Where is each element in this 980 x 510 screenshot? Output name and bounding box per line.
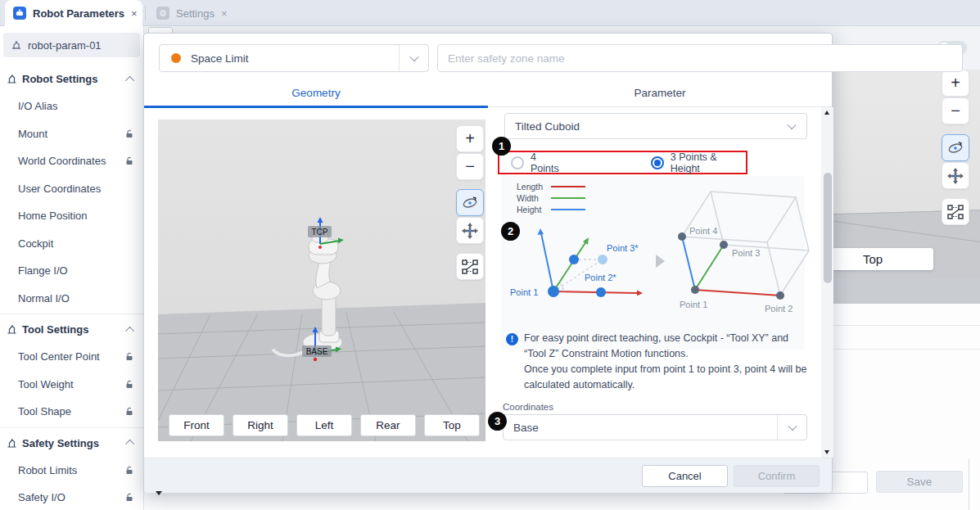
- point3-label: Point 3: [732, 248, 760, 258]
- robot-project-icon: [11, 39, 22, 51]
- tab-parameter-label: Parameter: [634, 87, 685, 99]
- section-header-robot-settings[interactable]: Robot Settings: [0, 65, 144, 93]
- item-label: Robot Limits: [18, 464, 77, 476]
- coordinates-select[interactable]: Base: [503, 414, 807, 440]
- scroll-down-arrow-icon[interactable]: [156, 491, 162, 495]
- point-mode-group-highlight: 4 Points 3 Points & Height: [498, 151, 747, 174]
- bg-zoom-in-button[interactable]: +: [942, 70, 969, 97]
- item-label: Mount: [18, 128, 47, 140]
- sidebar-item-world-coordinates[interactable]: World Coordinates: [0, 147, 144, 175]
- marker-number: 2: [508, 225, 513, 237]
- robot-arm-icon: [7, 74, 17, 84]
- chevron-down-icon: [777, 114, 806, 138]
- sidebar-item-tool-shape[interactable]: Tool Shape: [0, 398, 144, 426]
- tab-geometry-label: Geometry: [291, 87, 340, 99]
- plus-icon: +: [951, 74, 960, 93]
- sidebar-item-tool-center-point[interactable]: Tool Center Point: [0, 343, 144, 371]
- top-view-label: Top: [863, 252, 883, 266]
- tab-settings[interactable]: ⚙ Settings ×: [148, 0, 235, 26]
- shape-type-select[interactable]: Tilted Cuboid: [504, 113, 807, 139]
- close-icon[interactable]: ×: [221, 7, 228, 20]
- item-label: Cockpit: [18, 237, 53, 250]
- sidebar-item-home-position[interactable]: Home Position: [0, 202, 144, 230]
- sidebar-item-safety-io[interactable]: Safety I/O: [0, 484, 144, 510]
- tab-robot-parameters[interactable]: Robot Parameters ×: [5, 0, 142, 26]
- chevron-up-icon[interactable]: [125, 75, 134, 84]
- bg-zoom-out-button[interactable]: −: [942, 97, 969, 124]
- robot-app-icon: [13, 7, 26, 20]
- point3-label: Point 3*: [607, 243, 639, 253]
- viewport-measure-button[interactable]: [456, 253, 484, 280]
- section-title: Tool Settings: [22, 323, 88, 336]
- zone-name-input[interactable]: [437, 44, 963, 72]
- play-arrow-icon: [656, 255, 665, 268]
- axes-diagram: Point 1 Point 2* Point 3*: [500, 220, 664, 339]
- sidebar-nav: Robot Settings I/O Alias Mount World Coo…: [0, 64, 144, 510]
- scroll-down-arrow-icon[interactable]: [824, 450, 829, 454]
- scroll-up-arrow-icon[interactable]: [824, 111, 829, 115]
- pan-icon: [461, 222, 479, 240]
- zone-type-select[interactable]: Space Limit: [159, 44, 429, 72]
- item-label: Tool Center Point: [18, 350, 100, 363]
- sidebar-item-user-coordinates[interactable]: User Coordinates: [0, 175, 144, 203]
- point4-label: Point 4: [689, 226, 717, 236]
- pan-icon: [946, 167, 964, 185]
- radio-4-points[interactable]: 4 Points: [511, 151, 566, 174]
- chevron-up-icon[interactable]: [125, 440, 134, 449]
- sidebar-item-robot-limits[interactable]: Robot Limits: [0, 457, 144, 485]
- legend-width-label: Width: [517, 193, 551, 203]
- chevron-down-icon: [777, 415, 806, 440]
- lock-icon: [125, 380, 134, 389]
- view-rear-button[interactable]: Rear: [360, 414, 416, 436]
- bg-measure-button[interactable]: [942, 198, 969, 225]
- point2-label: Point 2*: [585, 273, 616, 282]
- chevron-up-icon[interactable]: [125, 326, 134, 335]
- item-label: Tool Weight: [18, 378, 74, 390]
- view-front-button[interactable]: Front: [169, 414, 224, 436]
- lock-icon: [125, 407, 134, 416]
- item-label: World Coordinates: [18, 155, 106, 167]
- section-header-safety-settings[interactable]: Safety Settings: [0, 430, 144, 457]
- modal-scrollbar[interactable]: [821, 107, 833, 458]
- viewport-zoom-in-button[interactable]: +: [456, 125, 484, 152]
- viewport-orbit-button[interactable]: [456, 189, 484, 216]
- sidebar-item-mount[interactable]: Mount: [0, 120, 144, 148]
- project-selector[interactable]: robot-param-01: [3, 33, 140, 57]
- close-icon[interactable]: ×: [131, 7, 138, 20]
- save-button[interactable]: Save: [876, 471, 963, 493]
- point1-label: Point 1: [510, 287, 538, 297]
- measure-distance-icon: [946, 204, 964, 220]
- view-right-button[interactable]: Right: [233, 414, 288, 436]
- viewport-pan-button[interactable]: [456, 217, 484, 244]
- app-window: Robot Parameters × ⚙ Settings × robot-pa…: [0, 0, 980, 510]
- sidebar-item-flange-io[interactable]: Flange I/O: [0, 257, 144, 285]
- bg-pan-button[interactable]: [942, 162, 969, 189]
- marker-number: 3: [495, 415, 500, 427]
- lock-icon: [125, 129, 134, 138]
- tab-geometry[interactable]: Geometry: [144, 79, 488, 106]
- sidebar-item-tool-weight[interactable]: Tool Weight: [0, 371, 144, 399]
- sidebar-item-normal-io[interactable]: Normal I/O: [0, 285, 144, 313]
- sidebar-item-io-alias[interactable]: I/O Alias: [0, 93, 144, 120]
- robot-3d-viewport[interactable]: TCP BASE: [158, 120, 485, 441]
- save-label: Save: [907, 476, 933, 488]
- view-left-button[interactable]: Left: [296, 414, 352, 436]
- bg-orbit-button[interactable]: [942, 134, 969, 161]
- cancel-label: Cancel: [668, 470, 701, 482]
- sidebar-item-cockpit[interactable]: Cockpit: [0, 230, 144, 258]
- view-top-button[interactable]: Top: [424, 414, 480, 436]
- tab-parameter[interactable]: Parameter: [488, 79, 832, 106]
- radio-3-points-height[interactable]: 3 Points & Height: [651, 151, 746, 174]
- legend-height-line: [551, 209, 585, 210]
- view-label: Left: [315, 419, 334, 431]
- modal-footer: Cancel Confirm: [144, 458, 832, 493]
- cancel-button[interactable]: Cancel: [642, 465, 728, 487]
- section-header-tool-settings[interactable]: Tool Settings: [0, 316, 144, 343]
- safety-zone-modal: Space Limit Geometry Parameter: [143, 33, 833, 493]
- axis-legend: Length Width Height: [517, 181, 585, 215]
- radio-label: 4 Points: [531, 151, 566, 174]
- bg-top-view-button[interactable]: Top: [832, 248, 933, 270]
- callout-marker-2: 2: [501, 222, 520, 241]
- viewport-zoom-out-button[interactable]: −: [456, 153, 484, 180]
- scrollbar-thumb[interactable]: [824, 173, 832, 283]
